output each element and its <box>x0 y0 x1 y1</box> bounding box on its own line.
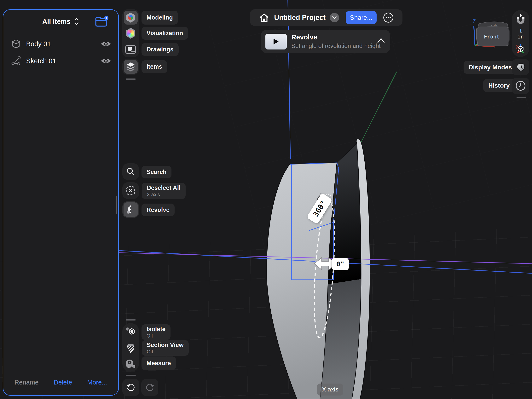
measure-icon <box>125 359 136 368</box>
assist-subtitle: Set angle of revolution and height <box>291 43 381 50</box>
axis-name-tooltip: X axis <box>317 384 343 396</box>
modeling-tab-button[interactable] <box>124 11 138 25</box>
section-view-icon <box>126 342 135 353</box>
label-text: Drawings <box>146 46 174 53</box>
body-cube-icon <box>11 39 21 49</box>
x-axis-label: X <box>516 44 519 50</box>
viewcube-front-label: Front <box>484 34 500 40</box>
share-label: Share... <box>350 14 372 21</box>
body-01-model[interactable] <box>266 139 370 399</box>
chevron-down-icon <box>332 16 337 19</box>
right-divider <box>517 97 526 98</box>
undo-button[interactable] <box>122 379 139 396</box>
undo-icon <box>126 383 136 392</box>
tab-visualization-label[interactable]: Visualization <box>141 27 188 40</box>
label-state: Off <box>147 349 184 355</box>
label-text: Visualization <box>146 30 183 37</box>
nav-divider <box>126 78 136 80</box>
chevron-up-icon[interactable] <box>377 38 385 43</box>
tab-drawings-label[interactable]: Drawings <box>141 43 179 56</box>
visibility-eye-icon[interactable] <box>100 40 112 48</box>
items-sidebar: All Items Body 01 <box>3 9 119 396</box>
tutorial-video-thumbnail[interactable] <box>266 34 287 50</box>
visibility-eye-icon[interactable] <box>100 57 112 65</box>
tab-items-label[interactable]: Items <box>141 60 167 73</box>
section-view-label[interactable]: Section View Off <box>142 340 189 356</box>
project-title[interactable]: Untitled Project <box>274 13 326 22</box>
list-item-sketch-01[interactable]: Sketch 01 <box>11 54 112 68</box>
label-text: Display Modes <box>469 64 512 71</box>
history-label[interactable]: History <box>483 79 515 92</box>
undo-divider <box>126 375 136 376</box>
measure-label[interactable]: Measure <box>141 356 176 370</box>
label-text: Isolate <box>146 326 165 333</box>
visualization-icon <box>125 28 136 39</box>
label-text: Revolve <box>146 206 170 213</box>
revolve-tool-button[interactable] <box>122 201 139 218</box>
project-menu-button[interactable] <box>330 13 339 22</box>
deselect-label[interactable]: Deselect All X axis <box>142 183 186 199</box>
offset-value-label[interactable]: 0" <box>332 258 349 270</box>
home-icon[interactable] <box>260 13 269 22</box>
sidebar-title-text: All Items <box>42 18 70 25</box>
revolve-label[interactable]: Revolve <box>141 203 175 216</box>
label-text: History <box>488 82 510 89</box>
label-text: Deselect All <box>147 184 181 191</box>
rename-button: Rename <box>14 379 39 386</box>
z-axis-label: Z <box>472 18 476 25</box>
delete-button[interactable]: Delete <box>54 379 72 386</box>
search-button[interactable] <box>122 163 139 180</box>
label-text: Measure <box>146 360 171 367</box>
display-modes-icon <box>515 63 526 72</box>
new-folder-icon[interactable] <box>95 16 109 28</box>
isolate-label[interactable]: Isolate Off <box>141 324 171 340</box>
display-modes-label[interactable]: Display Modes <box>463 61 517 74</box>
more-options-button[interactable] <box>383 12 393 23</box>
more-button[interactable]: More... <box>87 379 107 386</box>
deselect-all-button[interactable] <box>122 182 139 199</box>
item-label: Sketch 01 <box>26 57 100 65</box>
tab-modeling-label[interactable]: Modeling <box>141 11 178 25</box>
modeling-icon <box>126 13 136 23</box>
redo-button[interactable] <box>141 379 158 396</box>
items-tab-button[interactable] <box>124 60 138 74</box>
sidebar-scrollbar[interactable] <box>116 196 117 214</box>
section-view-button[interactable] <box>125 342 137 354</box>
drawings-tab-button[interactable] <box>125 43 137 56</box>
item-label: Body 01 <box>26 40 100 48</box>
list-item-body-01[interactable]: Body 01 <box>11 37 112 51</box>
redo-icon <box>145 383 155 392</box>
items-layers-icon <box>126 62 136 72</box>
visualization-tab-button[interactable] <box>125 27 137 39</box>
label-subtext: X axis <box>147 192 181 197</box>
y-axis-line <box>360 72 397 145</box>
revolve-icon <box>124 203 138 217</box>
measure-button[interactable] <box>125 358 137 370</box>
drawings-icon <box>125 45 136 54</box>
label-text: Section View <box>147 342 184 348</box>
display-modes-button[interactable] <box>512 59 529 75</box>
search-label[interactable]: Search <box>141 166 171 178</box>
label-text: Items <box>146 63 162 70</box>
history-button[interactable] <box>512 78 529 94</box>
label-text: Modeling <box>146 14 173 21</box>
play-icon <box>273 38 279 45</box>
label-text: Search <box>146 169 166 176</box>
deselect-icon <box>126 186 135 196</box>
view-cube[interactable]: Z X Top Front <box>467 16 521 53</box>
sketch-nodes-icon <box>11 56 21 66</box>
sort-chevrons-icon <box>74 18 79 25</box>
app-window: 360° 0" X axis All Items Body 01 <box>0 0 532 399</box>
label-state: Off <box>146 333 165 339</box>
revolve-assist-panel: Revolve Set angle of revolution and heig… <box>261 30 390 53</box>
history-clock-icon <box>515 81 526 91</box>
viewcube-top-label: Top <box>490 24 497 26</box>
share-button[interactable]: Share... <box>346 11 377 24</box>
tools-divider <box>126 319 136 321</box>
ellipsis-icon <box>383 12 393 23</box>
assist-title: Revolve <box>291 33 317 41</box>
project-toolbar: Untitled Project Share... <box>250 9 402 26</box>
isolate-button[interactable] <box>125 326 137 338</box>
search-icon <box>126 167 135 176</box>
isolate-icon <box>126 327 136 337</box>
